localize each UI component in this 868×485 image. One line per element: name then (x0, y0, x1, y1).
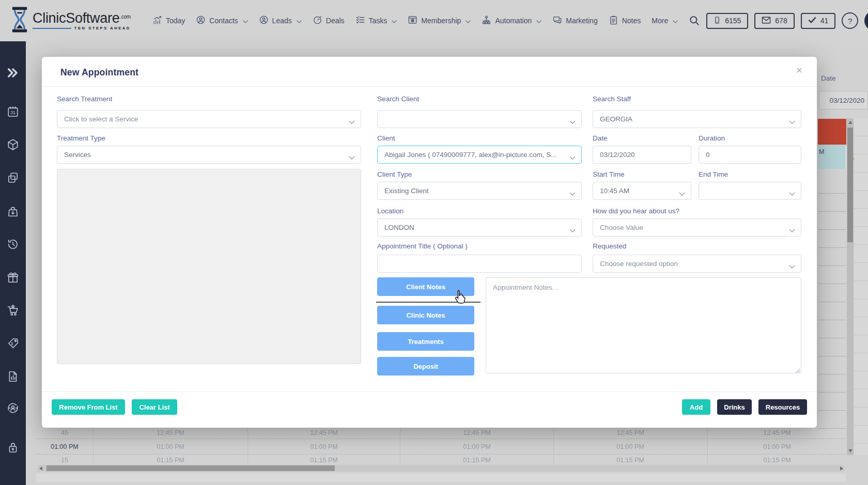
tasks-counter-button[interactable]: 41 (801, 13, 836, 29)
scroll-left-arrow[interactable] (39, 466, 42, 471)
calendar-icon[interactable]: 31 (7, 105, 19, 120)
remove-from-list-button[interactable]: Remove From List (52, 399, 125, 415)
search-client-select[interactable] (377, 110, 582, 128)
drinks-label: Drinks (724, 403, 745, 411)
client-notes-button[interactable]: Client Notes (377, 277, 474, 296)
expand-chevrons-icon[interactable] (6, 66, 20, 82)
clipboard-icon (609, 15, 618, 26)
date-input[interactable] (593, 146, 691, 164)
add-button[interactable]: Add (682, 399, 710, 415)
appointment-notes-textarea[interactable] (486, 277, 801, 373)
treatments-button[interactable]: Treatments (377, 332, 474, 351)
user-avatar[interactable] (864, 11, 868, 30)
slot-label: 01:15 PM (463, 457, 491, 464)
slot-label: 01:15 PM (157, 457, 184, 464)
vertical-scrollbar-thumb[interactable] (847, 128, 853, 242)
cart-icon[interactable] (7, 304, 19, 319)
nav-more[interactable]: More (652, 17, 678, 25)
lock-icon[interactable] (7, 441, 19, 456)
appointment-title-input[interactable] (377, 255, 582, 273)
requested-select[interactable]: Choose requested option (593, 255, 801, 273)
emails-counter-button[interactable]: 678 (754, 13, 794, 29)
client-type-value: Existing Client (384, 187, 429, 195)
search-treatment-select[interactable]: Click to select a Service (57, 110, 361, 128)
date-field[interactable] (600, 151, 684, 159)
clear-list-button[interactable]: Clear List (132, 399, 177, 415)
nav-automation[interactable]: Automation (482, 15, 541, 26)
treatment-type-select[interactable]: Services (57, 146, 361, 164)
search-icon[interactable] (689, 15, 700, 26)
slot-label: 12:45 PM (463, 429, 491, 436)
org-flow-icon (482, 15, 491, 26)
scroll-right-arrow[interactable] (840, 466, 843, 471)
nav-marketing[interactable]: Marketing (552, 15, 597, 26)
start-time-select[interactable]: 10:45 AM (593, 182, 691, 200)
gift-icon[interactable] (7, 271, 19, 286)
time-gutter-cell: 01:00 PM (51, 443, 79, 450)
drinks-button[interactable]: Drinks (717, 399, 752, 415)
duration-input[interactable] (699, 146, 801, 164)
duration-field[interactable] (706, 151, 794, 159)
column-divider (553, 428, 554, 464)
slot-label: 01:15 PM (310, 457, 338, 464)
help-button[interactable]: ? (842, 12, 858, 29)
calendar-event-red[interactable] (818, 119, 846, 145)
chevron-down-icon (789, 226, 795, 234)
nav-label: Deals (326, 17, 345, 25)
copy-icon[interactable] (7, 171, 19, 186)
location-select[interactable]: LONDON (377, 218, 582, 237)
slot-label: 01:00 PM (763, 443, 791, 450)
brand-logo[interactable]: ClinicSoftware.com TEN STEPS AHEAD (11, 7, 140, 35)
scroll-up-arrow[interactable] (848, 121, 853, 124)
search-treatment-placeholder: Click to select a Service (64, 115, 138, 123)
cube-icon[interactable] (7, 138, 19, 153)
slot-label: 01:00 PM (310, 443, 338, 450)
shopping-bag-icon[interactable] (7, 205, 19, 220)
history-icon[interactable] (7, 238, 19, 253)
scroll-down-arrow[interactable] (848, 449, 853, 452)
treatments-label: Treatments (408, 338, 443, 346)
brand-tagline: TEN STEPS AHEAD (74, 26, 131, 30)
nav-deals[interactable]: Deals (313, 15, 345, 26)
client-type-select[interactable]: Existing Client (377, 182, 582, 200)
nav-leads[interactable]: Leads (259, 15, 302, 26)
svg-text:$: $ (11, 341, 13, 346)
nav-notes[interactable]: Notes (609, 15, 641, 26)
resources-button[interactable]: Resources (758, 399, 807, 415)
bg-date-input[interactable]: 03/12/2020 (819, 91, 868, 109)
app-root: ClinicSoftware.com TEN STEPS AHEAD Today… (0, 0, 868, 485)
slot-label: 01:00 PM (616, 443, 644, 450)
horizontal-scrollbar-thumb[interactable] (47, 465, 335, 471)
phone-icon (714, 15, 721, 26)
chevron-down-icon (673, 17, 678, 25)
calls-counter-button[interactable]: 6155 (706, 13, 748, 29)
hear-about-select[interactable]: Choose Value (593, 218, 801, 237)
chevron-down-icon (349, 118, 355, 126)
end-time-select[interactable] (699, 182, 801, 200)
nav-label: Automation (495, 17, 532, 25)
client-notes-label: Client Notes (406, 283, 445, 291)
column-divider (93, 428, 94, 464)
chevron-down-icon (569, 226, 576, 234)
nav-contacts[interactable]: Contacts (196, 15, 247, 26)
end-time-label: End Time (699, 170, 728, 178)
nav-today[interactable]: Today (153, 15, 185, 26)
clinic-notes-button[interactable]: Clinic Notes (377, 306, 474, 324)
search-staff-select[interactable]: GEORGIA (593, 110, 801, 128)
deposit-button[interactable]: Deposit (377, 357, 474, 376)
report-icon[interactable] (7, 370, 19, 385)
nav-membership[interactable]: Membership (408, 15, 471, 26)
checklist-icon (355, 15, 365, 26)
service-list-panel (57, 169, 361, 364)
appointment-title-field[interactable] (384, 260, 575, 268)
location-value: LONDON (384, 224, 414, 231)
search-treatment-label: Search Treatment (57, 95, 112, 103)
nav-label: More (652, 17, 668, 25)
bottom-strip (36, 474, 846, 482)
user-sync-icon[interactable] (7, 402, 19, 416)
nav-tasks[interactable]: Tasks (355, 15, 397, 26)
close-icon[interactable]: × (792, 63, 807, 77)
price-tag-icon[interactable]: $ (7, 337, 19, 352)
calendar-event-teal[interactable]: M (818, 145, 846, 169)
client-select[interactable]: Abigail Jones ( 07490009777, alex@in-pic… (377, 146, 582, 164)
